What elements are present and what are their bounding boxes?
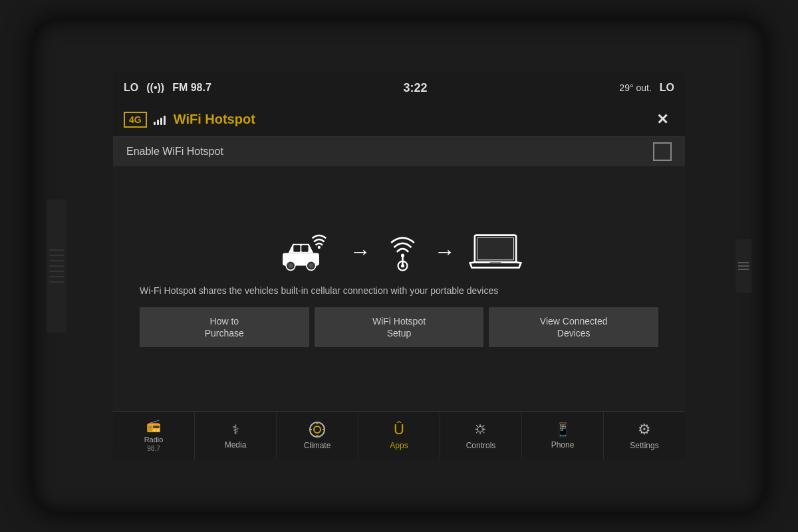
controls-nav-icon: ⛭ bbox=[473, 421, 488, 438]
temp-label: 29° out. bbox=[619, 82, 651, 93]
nav-item-settings[interactable]: ⚙ Settings bbox=[604, 412, 685, 459]
radio-label: FM 98.7 bbox=[172, 82, 211, 94]
enable-checkbox[interactable] bbox=[653, 142, 672, 161]
car-wifi-icon bbox=[277, 231, 336, 271]
how-to-purchase-button[interactable]: How toPurchase bbox=[140, 307, 309, 347]
bottom-nav: 📻 Radio 98.7 ⚕ Media bbox=[113, 411, 685, 459]
page-title: WiFi Hotspot bbox=[174, 112, 650, 127]
nav-item-radio[interactable]: 📻 Radio 98.7 bbox=[113, 412, 195, 459]
nav-item-media[interactable]: ⚕ Media bbox=[195, 412, 277, 459]
climate-nav-icon bbox=[309, 421, 326, 438]
wifi-hotspot-setup-button[interactable]: WiFi HotspotSetup bbox=[315, 307, 484, 347]
status-left: LO ((•)) FM 98.7 bbox=[124, 82, 211, 94]
climate-nav-label: Climate bbox=[304, 441, 331, 450]
outer-bezel: LO ((•)) FM 98.7 3:22 29° out. LO 4G bbox=[33, 20, 765, 512]
laptop-icon bbox=[469, 231, 522, 271]
screen: LO ((•)) FM 98.7 3:22 29° out. LO 4G bbox=[113, 73, 685, 459]
controls-nav-label: Controls bbox=[466, 441, 496, 450]
arrow-2: → bbox=[434, 239, 456, 264]
phone-nav-label: Phone bbox=[551, 440, 575, 450]
arrow-1: → bbox=[350, 239, 371, 264]
svg-point-5 bbox=[288, 263, 293, 268]
nav-item-controls[interactable]: ⛭ Controls bbox=[440, 412, 522, 459]
radio-nav-label: Radio bbox=[144, 436, 164, 444]
radio-nav-icon: 📻 bbox=[146, 418, 161, 433]
media-nav-label: Media bbox=[225, 440, 247, 450]
svg-rect-2 bbox=[293, 245, 300, 252]
nav-item-climate[interactable]: Climate bbox=[277, 412, 358, 459]
settings-nav-label: Settings bbox=[630, 441, 658, 450]
enable-hotspot-row: Enable WiFi Hotspot bbox=[113, 137, 685, 166]
svg-point-10 bbox=[400, 264, 404, 267]
status-bar: LO ((•)) FM 98.7 3:22 29° out. LO bbox=[113, 73, 685, 102]
nav-item-phone[interactable]: 📱 Phone bbox=[522, 412, 604, 459]
enable-label: Enable WiFi Hotspot bbox=[126, 146, 223, 158]
apps-nav-icon: Û bbox=[394, 421, 404, 438]
main-content: 4G WiFi Hotspot ✕ Enable WiFi Hot bbox=[113, 102, 685, 459]
settings-nav-icon: ⚙ bbox=[638, 421, 651, 438]
network-badge: 4G bbox=[124, 112, 147, 128]
router-icon bbox=[384, 230, 421, 273]
bezel-left-vent bbox=[47, 200, 66, 332]
phone-nav-icon: 📱 bbox=[555, 422, 571, 438]
view-connected-devices-button[interactable]: View ConnectedDevices bbox=[489, 307, 658, 347]
svg-point-0 bbox=[317, 246, 320, 249]
radio-freq: 98.7 bbox=[147, 445, 160, 452]
svg-point-7 bbox=[309, 263, 313, 268]
nav-item-apps[interactable]: Û Apps bbox=[358, 412, 440, 459]
media-nav-icon: ⚕ bbox=[232, 422, 239, 438]
wifi-icon: ((•)) bbox=[146, 82, 164, 94]
status-time: 3:22 bbox=[404, 81, 428, 95]
close-button[interactable]: ✕ bbox=[650, 108, 674, 132]
action-buttons-row: How toPurchase WiFi HotspotSetup View Co… bbox=[133, 307, 665, 347]
svg-rect-3 bbox=[301, 245, 308, 252]
signal-strength bbox=[154, 114, 166, 125]
connection-diagram: → → bbox=[277, 230, 522, 273]
svg-point-15 bbox=[310, 422, 325, 437]
svg-rect-14 bbox=[489, 263, 501, 265]
svg-point-16 bbox=[314, 426, 321, 433]
svg-point-11 bbox=[400, 253, 404, 257]
status-lo-right: LO bbox=[660, 82, 674, 94]
signal-bars-icon bbox=[154, 114, 166, 125]
illustration-area: → → bbox=[113, 166, 685, 411]
apps-nav-label: Apps bbox=[390, 441, 408, 450]
status-lo-left: LO bbox=[124, 82, 138, 94]
svg-rect-13 bbox=[477, 237, 513, 260]
wifi-hotspot-header: 4G WiFi Hotspot ✕ bbox=[113, 102, 685, 137]
status-right: 29° out. LO bbox=[619, 82, 674, 94]
bezel-right-indicator bbox=[735, 239, 751, 293]
description-text: Wi-Fi Hotspot shares the vehicles built-… bbox=[133, 284, 665, 298]
